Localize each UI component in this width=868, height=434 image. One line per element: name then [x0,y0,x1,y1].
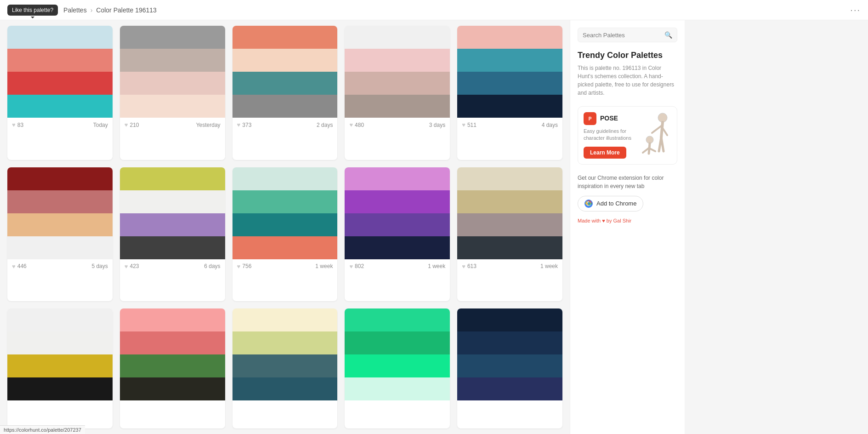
color-swatch[interactable]: #20D890 [345,308,450,331]
color-swatch[interactable]: #C9E2EA [7,26,113,49]
color-swatch[interactable]: #18B870 [345,331,450,354]
color-swatch[interactable]: #183050 [457,331,562,354]
color-swatch[interactable]: #F8A0A0 [120,308,225,331]
search-icon: 🔍 [664,31,672,39]
color-swatch[interactable]: #D94040 [7,72,113,95]
color-swatch[interactable]: #D0B020 [7,354,113,377]
palette-card[interactable]: #E8856A#F5D5C0#4A9090#8A8A8A♥3732 days [233,26,338,160]
color-swatch[interactable]: #F0F0F0 [345,26,450,49]
palette-card[interactable]: #C9E2EA#E88175#D94040#2ABFBF♥83Today [7,26,113,160]
color-swatch[interactable]: #F0F0F0 [7,236,113,259]
color-swatch[interactable]: #F0F0F0 [7,308,113,331]
color-swatch[interactable]: #D0E8E0 [233,167,338,190]
color-swatch[interactable]: #181818 [7,377,113,400]
color-swatch[interactable]: #A080C0 [120,213,225,236]
palette-date: Yesterday [196,122,221,128]
color-swatch[interactable]: #404040 [120,236,225,259]
color-swatch[interactable]: #F0B8B0 [457,26,562,49]
color-swatch[interactable]: #C0B0A8 [120,49,225,72]
palette-likes: ♥511 [462,121,477,128]
color-swatch[interactable]: #D789D7 [345,167,450,190]
color-swatch[interactable]: #E8856A [233,26,338,49]
color-swatch[interactable]: #282820 [120,377,225,400]
search-input[interactable] [583,32,664,39]
pose-advertisement: P POSE Easy guidelines for character ill… [578,106,677,165]
color-swatch[interactable]: #F5DDD0 [120,95,225,118]
palette-card[interactable]: #9A9A9A#C0B0A8#E8C8C0#F5DDD0♥210Yesterda… [120,26,225,160]
color-swatch[interactable]: #E8B888 [7,213,113,236]
color-swatch[interactable]: #2A6A88 [457,72,562,95]
palette-meta: ♥3732 days [233,118,338,132]
palette-card[interactable]: #F0B8B0#3A9AAA#2A6A88#102038♥5114 days [457,26,562,160]
palette-swatches: #F8A0A0#E07070#488040#282820 [120,308,225,400]
color-swatch[interactable]: #8A8A8A [233,95,338,118]
breadcrumb-palettes[interactable]: Palettes [63,6,87,14]
color-swatch[interactable]: #182040 [345,236,450,259]
breadcrumb: Palettes › Color Palette 196113 [63,6,157,14]
color-swatch[interactable]: #102038 [457,308,562,331]
main-content: #C9E2EA#E88175#D94040#2ABFBF♥83Today#9A9… [0,20,868,434]
add-to-chrome-button[interactable]: Add to Chrome [578,196,643,211]
palette-card[interactable]: #102038#183050#204868#283060 [457,308,562,428]
search-box[interactable]: 🔍 [578,28,677,42]
color-swatch[interactable]: #E0D8C0 [457,167,562,190]
color-swatch[interactable]: #10E890 [345,354,450,377]
heart-icon: ♥ [237,263,241,270]
color-swatch[interactable]: #A09090 [457,213,562,236]
color-swatch[interactable]: #F5D5C0 [233,49,338,72]
color-swatch[interactable]: #F0F0EE [120,190,225,213]
color-swatch[interactable]: #6840A0 [345,213,450,236]
likes-count: 802 [355,263,364,269]
color-swatch[interactable]: #488040 [120,354,225,377]
palette-card[interactable]: #8A1A1A#C07070#E8B888#F0F0F0♥4465 days [7,167,113,302]
sidebar: 🔍 Trendy Color Palettes This is palette … [570,20,685,434]
color-swatch[interactable]: #D0F8E8 [345,377,450,400]
color-swatch[interactable]: #50B898 [233,190,338,213]
color-swatch[interactable]: #F8F0D0 [233,308,338,331]
color-swatch[interactable]: #C8B888 [457,190,562,213]
color-swatch[interactable]: #E87860 [233,236,338,259]
palette-date: 4 days [542,122,558,128]
palette-card[interactable]: #D789D7#9A40C0#6840A0#182040♥8021 week [345,167,450,302]
palette-card[interactable]: #F8A0A0#E07070#488040#282820 [120,308,225,428]
color-swatch[interactable]: #3A9AAA [457,49,562,72]
palette-likes: ♥423 [125,263,139,270]
color-swatch[interactable]: #406870 [233,354,338,377]
palette-card[interactable]: #F8F0D0#D0D890#406870#285868 [233,308,338,428]
color-swatch[interactable]: #A89890 [345,95,450,118]
likes-count: 373 [242,122,251,128]
color-swatch[interactable]: #283060 [457,377,562,400]
color-swatch[interactable]: #E07070 [120,331,225,354]
color-swatch[interactable]: #D0D890 [233,331,338,354]
color-swatch[interactable]: #9A9A9A [120,26,225,49]
palette-card[interactable]: #D0E8E0#50B898#1A8080#E87860♥7561 week [233,167,338,302]
more-options-button[interactable]: ··· [850,5,861,15]
color-swatch[interactable]: #285868 [233,377,338,400]
color-swatch[interactable]: #C07070 [7,190,113,213]
color-swatch[interactable]: #C8CA50 [120,167,225,190]
palette-card[interactable]: #F0F0F0#F0F0EE#D0B020#181818 [7,308,113,428]
palette-grid: #C9E2EA#E88175#D94040#2ABFBF♥83Today#9A9… [0,20,570,434]
like-tooltip: Like this palette? [7,5,58,16]
color-swatch[interactable]: #F0F0EE [7,331,113,354]
palette-meta: ♥8021 week [345,259,450,274]
pose-learn-button[interactable]: Learn More [584,147,626,159]
color-swatch[interactable]: #E8C8C0 [120,72,225,95]
color-swatch[interactable]: #D0B0A8 [345,72,450,95]
palette-card[interactable]: #E0D8C0#C8B888#A09090#303840♥6131 week [457,167,562,302]
palette-date: 1 week [315,263,333,269]
color-swatch[interactable]: #9A40C0 [345,190,450,213]
color-swatch[interactable]: #2ABFBF [7,95,113,118]
color-swatch[interactable]: #4A9090 [233,72,338,95]
color-swatch[interactable]: #E88175 [7,49,113,72]
palette-card[interactable]: #C8CA50#F0F0EE#A080C0#404040♥4236 days [120,167,225,302]
color-swatch[interactable]: #8A1A1A [7,167,113,190]
color-swatch[interactable]: #1A8080 [233,213,338,236]
color-swatch[interactable]: #F0C8C8 [345,49,450,72]
color-swatch[interactable]: #303840 [457,236,562,259]
palette-card[interactable]: #20D890#18B870#10E890#D0F8E8 [345,308,450,428]
color-swatch[interactable]: #204868 [457,354,562,377]
color-swatch[interactable]: #102038 [457,95,562,118]
palette-card[interactable]: #F0F0F0#F0C8C8#D0B0A8#A89890♥4803 days [345,26,450,160]
pose-title: POSE [600,114,618,122]
